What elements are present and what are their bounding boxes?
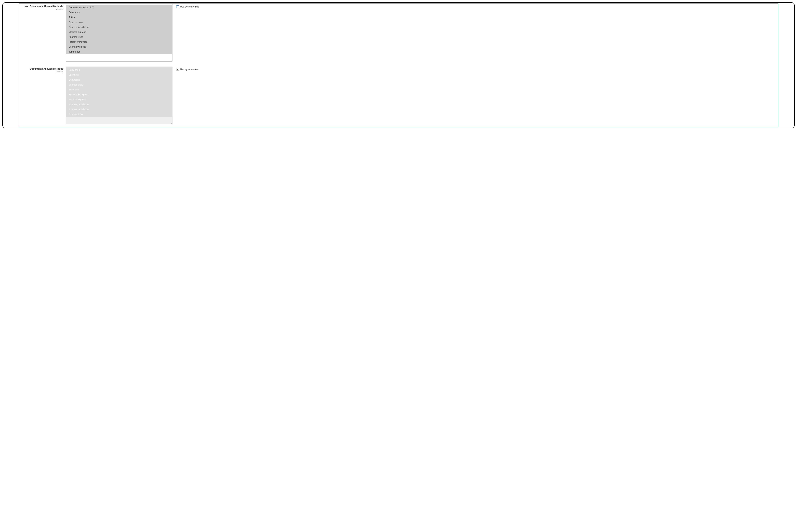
outer-frame: Non Documents Allowed Methods [website] … [2,2,795,128]
option[interactable]: Domestic express 12:00 [66,5,172,10]
multiselect-nondoc[interactable]: Domestic express 12:00Easy shopJetlineEx… [66,4,173,62]
option: Express 9:00 [66,112,172,117]
option[interactable]: Medical express [66,30,172,34]
option: Europack [66,87,172,92]
checkbox-label-doc[interactable]: Use system value [180,68,199,71]
scope-nondoc: [website] [19,8,63,11]
option[interactable]: Freight worldwide [66,39,172,44]
extra-col-doc: Use system value [173,66,199,71]
option: Sprintline [66,72,172,77]
label-doc: Documents Allowed Methods [19,67,63,70]
checkbox-use-system-doc[interactable] [176,68,179,71]
label-col-doc: Documents Allowed Methods [website] [19,66,66,73]
option[interactable]: Easy shop [66,10,172,15]
option: Express worldwide [66,107,172,112]
option[interactable]: Express easy [66,20,172,24]
option[interactable]: Express worldwide [66,24,172,30]
label-nondoc: Non Documents Allowed Methods [19,5,63,8]
option: Express easy [66,82,172,87]
option: Secureline [66,77,172,82]
option[interactable]: Jetline [66,15,172,20]
option: Easy shop [66,68,172,72]
label-col-nondoc: Non Documents Allowed Methods [website] [19,4,66,11]
option: Medical express [66,97,172,102]
checkbox-use-system-nondoc[interactable] [176,5,179,8]
field-row-doc: Documents Allowed Methods [website] Easy… [19,66,778,124]
option[interactable]: Express 9:00 [66,34,172,39]
multiselect-doc: Easy shopSprintlineSecurelineExpress eas… [66,66,173,124]
field-row-nondoc: Non Documents Allowed Methods [website] … [19,3,778,66]
scope-doc: [website] [19,70,63,73]
checkbox-label-nondoc[interactable]: Use system value [180,5,199,8]
option: Break bulk express [66,92,172,97]
option[interactable]: Jumbo box [66,49,172,54]
option[interactable]: Economy select [66,44,172,49]
option: Express worldwide [66,102,172,107]
control-col-nondoc: Domestic express 12:00Easy shopJetlineEx… [66,4,173,62]
control-col-doc: Easy shopSprintlineSecurelineExpress eas… [66,66,173,124]
config-panel: Non Documents Allowed Methods [website] … [19,3,778,127]
extra-col-nondoc: Use system value [173,4,199,8]
